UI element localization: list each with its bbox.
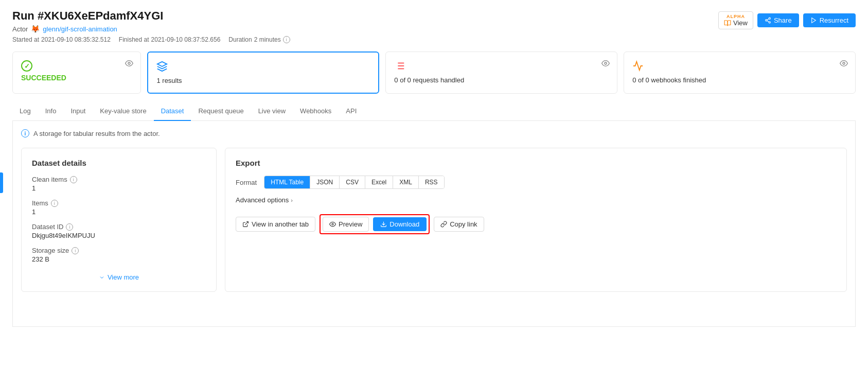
format-row: Format HTML Table JSON CSV Excel XML RSS [236, 176, 836, 189]
tab-info[interactable]: Info [38, 102, 64, 121]
svg-point-14 [605, 62, 607, 64]
svg-line-3 [767, 21, 769, 22]
items-row: Items i 1 [32, 199, 206, 216]
download-button[interactable]: Download [373, 217, 427, 231]
status-card: ✓ SUCCEEDED [12, 51, 141, 94]
preview-button[interactable]: Preview [323, 217, 369, 232]
svg-point-15 [843, 62, 845, 64]
eye-icon-requests[interactable] [601, 59, 610, 69]
external-link-icon [242, 221, 249, 228]
webhooks-label: 0 of 0 webhooks finished [632, 76, 847, 84]
header-buttons: ALPHA View Share Resurrect [718, 11, 856, 29]
clean-items-label: Clean items i [32, 176, 206, 183]
eye-preview-icon [329, 221, 336, 228]
dataset-id-value: Dkjgu8t49eIKMPUJU [32, 232, 206, 239]
results-label: 1 results [156, 77, 370, 84]
content-area: i A storage for tabular results from the… [12, 121, 856, 327]
details-title: Dataset details [32, 159, 206, 167]
items-info-icon[interactable]: i [51, 200, 58, 207]
svg-line-4 [767, 19, 769, 20]
dataset-id-info-icon[interactable]: i [66, 223, 73, 231]
actor-link[interactable]: glenn/gif-scroll-animation [43, 25, 117, 33]
advanced-options-label: Advanced options [236, 196, 289, 204]
svg-point-2 [769, 22, 770, 23]
tab-log[interactable]: Log [12, 102, 38, 121]
clean-items-row: Clean items i 1 [32, 176, 206, 192]
alpha-badge: ALPHA [727, 14, 745, 19]
share-label: Share [774, 16, 792, 24]
svg-marker-7 [157, 62, 167, 66]
tab-key-value-store[interactable]: Key-value store [93, 102, 153, 121]
actor-line: Actor 🦊 glenn/gif-scroll-animation [12, 25, 290, 33]
export-card: Export Format HTML Table JSON CSV Excel … [225, 148, 847, 292]
info-text: A storage for tabular results from the a… [33, 130, 160, 137]
svg-point-0 [769, 18, 770, 19]
copy-link-button[interactable]: Copy link [434, 217, 484, 232]
tab-live-view[interactable]: Live view [251, 102, 293, 121]
duration-value: 2 minutes [254, 36, 281, 43]
eye-icon-webhooks[interactable] [840, 59, 848, 69]
storage-size-info-icon[interactable]: i [72, 247, 79, 254]
advanced-options[interactable]: Advanced options › [236, 196, 836, 204]
check-circle-icon: ✓ [21, 60, 32, 72]
items-value: 1 [32, 208, 206, 216]
svg-line-16 [245, 222, 248, 225]
actor-emoji-icon: 🦊 [31, 25, 40, 33]
view-tab-label: View in another tab [252, 220, 309, 228]
tab-input[interactable]: Input [63, 102, 93, 121]
format-rss[interactable]: RSS [419, 176, 444, 188]
svg-marker-5 [811, 18, 816, 23]
tab-api[interactable]: API [339, 102, 364, 121]
storage-size-value: 232 B [32, 255, 206, 263]
svg-point-17 [332, 223, 333, 225]
tabs-bar: Log Info Input Key-value store Dataset R… [12, 102, 856, 121]
format-xml[interactable]: XML [393, 176, 419, 188]
finished-value: 2021-09-10 08:37:52.656 [151, 36, 221, 43]
format-csv[interactable]: CSV [340, 176, 365, 188]
svg-point-1 [766, 20, 767, 21]
eye-icon-status[interactable] [125, 59, 133, 69]
clean-items-info-icon[interactable]: i [70, 176, 77, 183]
webhooks-card: 0 of 0 webhooks finished [624, 51, 856, 94]
layers-icon [156, 61, 370, 75]
finished-label: Finished at [119, 36, 149, 43]
list-icon [394, 60, 609, 74]
format-json[interactable]: JSON [310, 176, 340, 188]
left-accent [0, 172, 3, 193]
finished-meta: Finished at 2021-09-10 08:37:52.656 [119, 36, 221, 43]
copy-label: Copy link [450, 220, 477, 228]
play-icon [810, 17, 817, 24]
two-col-layout: Dataset details Clean items i 1 Items i … [21, 148, 847, 292]
tab-request-queue[interactable]: Request queue [191, 102, 251, 121]
view-in-another-tab-button[interactable]: View in another tab [236, 217, 315, 232]
preview-label: Preview [339, 220, 362, 228]
svg-point-6 [128, 62, 130, 64]
page-title: Run #XKU6XeEPdamfX4YGI [12, 9, 290, 23]
started-meta: Started at 2021-09-10 08:35:32.512 [12, 36, 111, 43]
requests-card: 0 of 0 requests handled [385, 51, 617, 94]
dataset-id-label: Dataset ID i [32, 223, 206, 231]
tab-webhooks[interactable]: Webhooks [293, 102, 339, 121]
actor-label: Actor [12, 25, 28, 33]
share-button[interactable]: Share [757, 13, 799, 27]
view-more-button[interactable]: View more [32, 273, 206, 281]
results-card: 1 results [147, 51, 379, 94]
view-text: View [724, 19, 748, 27]
duration-meta: Duration 2 minutes i [228, 36, 290, 43]
started-value: 2021-09-10 08:35:32.512 [41, 36, 111, 43]
info-circle-icon: i [21, 129, 29, 137]
cards-row: ✓ SUCCEEDED 1 results 0 of 0 requests ha… [12, 51, 856, 94]
duration-info-icon[interactable]: i [283, 36, 290, 43]
resurrect-button[interactable]: Resurrect [803, 13, 856, 27]
format-excel[interactable]: Excel [365, 176, 393, 188]
tab-dataset[interactable]: Dataset [154, 102, 191, 121]
format-html-table[interactable]: HTML Table [264, 176, 310, 188]
items-label: Items i [32, 199, 206, 207]
header-left: Run #XKU6XeEPdamfX4YGI Actor 🦊 glenn/gif… [12, 9, 290, 43]
duration-label: Duration [228, 36, 252, 43]
book-icon [724, 20, 731, 27]
view-label: View [733, 19, 748, 27]
info-banner: i A storage for tabular results from the… [21, 129, 847, 137]
view-button[interactable]: ALPHA View [718, 11, 753, 29]
page-wrapper: Run #XKU6XeEPdamfX4YGI Actor 🦊 glenn/gif… [0, 0, 868, 365]
